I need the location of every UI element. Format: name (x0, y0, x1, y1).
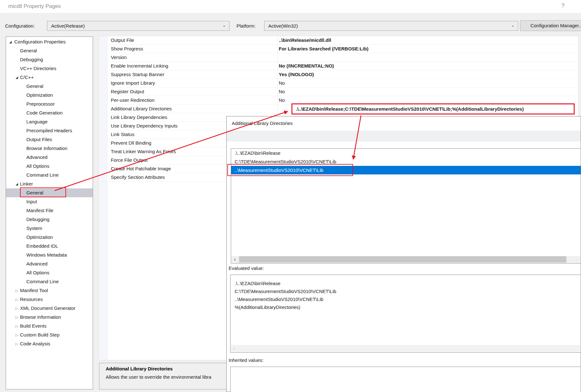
property-label: Link Library Dependencies (111, 113, 167, 121)
sidebar-item-embedded-idl[interactable]: Embedded IDL (6, 242, 93, 251)
property-label: Ignore Import Library (111, 79, 155, 87)
property-value[interactable]: No (279, 79, 285, 87)
property-row-ignore-import-library[interactable]: Ignore Import LibraryNo (99, 79, 578, 88)
sidebar-item-manifest-file[interactable]: Manifest File (6, 206, 93, 215)
property-label: Version (111, 53, 127, 62)
property-value[interactable]: No (/INCREMENTAL:NO) (279, 62, 334, 70)
chevron-down-icon[interactable]: ⌄ (222, 21, 226, 30)
help-icon[interactable]: ? (561, 3, 564, 9)
sidebar-item-browse-information[interactable]: ▷Browse Information (6, 313, 93, 322)
sidebar-item-linker[interactable]: Linker (6, 180, 93, 188)
platform-select[interactable]: Active(Win32) ⌄ (264, 21, 518, 31)
property-row-version[interactable]: Version (99, 53, 578, 62)
sidebar-item-code-generation[interactable]: Code Generation (6, 108, 93, 117)
sidebar-item-label: Precompiled Headers (26, 126, 72, 135)
sidebar-item-label: Browse Information (26, 144, 67, 153)
scrollbar-thumb[interactable] (239, 256, 566, 263)
property-value[interactable]: No (279, 88, 285, 96)
configuration-select[interactable]: Active(Release) ⌄ (47, 21, 230, 31)
sidebar-item-optimization[interactable]: Optimization (6, 233, 93, 242)
configuration-tree: Configuration PropertiesGeneralDebugging… (6, 36, 93, 389)
sidebar-item-manifest-tool[interactable]: ▷Manifest Tool (6, 286, 93, 295)
property-value[interactable]: Yes (/NOLOGO) (279, 70, 314, 79)
property-value[interactable]: No (279, 96, 285, 104)
library-path-item[interactable]: ..\MeasurementStudioVS2010\VCNET\Lib (231, 166, 581, 174)
sidebar-item-resources[interactable]: ▷Resources (6, 295, 93, 304)
sidebar-item-general[interactable]: General (6, 82, 93, 91)
property-label: Register Output (111, 88, 144, 96)
platform-value: Active(Win32) (268, 21, 298, 30)
inherited-values-box (230, 367, 581, 392)
sidebar-item-language[interactable]: Language (6, 117, 93, 126)
sidebar-item-label: Command Line (26, 277, 59, 286)
sidebar-item-all-options[interactable]: All Options (6, 162, 93, 171)
property-value[interactable]: For Libraries Searched (/VERBOSE:Lib) (279, 45, 369, 53)
property-value[interactable]: ..\bin\Release/micdll.dll (279, 36, 331, 44)
sidebar-item-browse-information[interactable]: Browse Information (6, 144, 93, 153)
property-row-show-progress[interactable]: Show ProgressFor Libraries Searched (/VE… (99, 45, 578, 53)
property-label: Show Progress (111, 45, 143, 53)
sidebar-item-all-options[interactable]: All Options (6, 268, 93, 277)
sidebar-item-label: Manifest File (26, 206, 53, 215)
horizontal-scrollbar[interactable]: ‹ (231, 256, 580, 263)
sidebar-item-custom-build-step[interactable]: ▷Custom Build Step (6, 330, 93, 339)
tree-collapsed-icon[interactable]: ▷ (16, 304, 18, 313)
sidebar-item-optimization[interactable]: Optimization (6, 91, 93, 100)
property-row-suppress-startup-banner[interactable]: Suppress Startup BannerYes (/NOLOGO) (99, 70, 578, 79)
library-path-item[interactable]: .\..\EZAD\bin\Release (231, 149, 581, 157)
sidebar-item-advanced[interactable]: Advanced (6, 153, 93, 162)
configuration-value: Active(Release) (51, 21, 85, 30)
sidebar-item-windows-metadata[interactable]: Windows Metadata (6, 251, 93, 259)
property-row-per-user-redirection[interactable]: Per-user RedirectionNo (99, 96, 578, 105)
sidebar-item-label: Embedded IDL (26, 242, 58, 251)
sidebar-item-output-files[interactable]: Output Files (6, 135, 93, 144)
sidebar-item-label: General (26, 82, 43, 91)
sidebar-item-label: Preprocessor (26, 100, 55, 108)
sidebar-item-system[interactable]: System (6, 224, 93, 233)
tree-collapsed-icon[interactable]: ▷ (16, 330, 18, 339)
library-directories-list[interactable]: .\..\EZAD\bin\ReleaseC:\TDE\MeasurementS… (231, 148, 581, 264)
tree-expanded-icon[interactable] (16, 76, 18, 79)
description-title: Additional Library Directories (106, 366, 173, 371)
property-label: Force File Output (111, 156, 148, 164)
sidebar-item-vc-directories[interactable]: VC++ Directories (6, 64, 93, 73)
property-row-register-output[interactable]: Register OutputNo (99, 88, 578, 96)
property-row-enable-incremental-linking[interactable]: Enable Incremental LinkingNo (/INCREMENT… (99, 62, 578, 70)
sidebar-item-label: Advanced (26, 153, 48, 162)
tree-collapsed-icon[interactable]: ▷ (16, 295, 18, 304)
property-label: Link Status (111, 130, 134, 139)
sidebar-item-configuration-properties[interactable]: Configuration Properties (6, 37, 93, 46)
property-row-additional-library-directories[interactable]: Additional Library Directories (99, 105, 578, 113)
tree-collapsed-icon[interactable]: ▷ (16, 322, 18, 330)
property-row-output-file[interactable]: Output File..\bin\Release/micdll.dll (99, 36, 578, 45)
platform-label: Platform: (237, 21, 256, 31)
sidebar-item-label: All Options (26, 162, 50, 171)
sidebar-item-xml-document-generator[interactable]: ▷XML Document Generator (6, 304, 93, 313)
sidebar-item-c-c[interactable]: C/C++ (6, 73, 93, 82)
sidebar-item-command-line[interactable]: Command Line (6, 277, 93, 286)
sidebar-item-label: Code Generation (26, 108, 63, 117)
tree-expanded-icon[interactable] (9, 41, 12, 43)
sidebar-item-debugging[interactable]: Debugging (6, 215, 93, 224)
tree-collapsed-icon[interactable]: ▷ (16, 339, 18, 348)
scroll-left-icon[interactable]: ‹ (231, 256, 238, 263)
sidebar-item-general[interactable]: General (6, 188, 93, 197)
sidebar-item-label: General (26, 188, 43, 197)
chevron-down-icon[interactable]: ⌄ (511, 21, 515, 30)
sidebar-item-label: Windows Metadata (26, 251, 67, 259)
sidebar-item-debugging[interactable]: Debugging (6, 55, 93, 64)
sidebar-item-advanced[interactable]: Advanced (6, 259, 93, 268)
sidebar-item-precompiled-headers[interactable]: Precompiled Headers (6, 126, 93, 135)
configuration-manager-button[interactable]: Configuration Manager... (520, 20, 581, 31)
library-path-item[interactable]: C:\TDE\MeasurementStudioVS2010\VCNET\Lib (231, 157, 581, 166)
tree-collapsed-icon[interactable]: ▷ (16, 313, 18, 322)
tree-collapsed-icon[interactable]: ▷ (16, 286, 18, 295)
sidebar-item-command-line[interactable]: Command Line (6, 171, 93, 180)
sidebar-item-general[interactable]: General (6, 46, 93, 55)
sidebar-item-code-analysis[interactable]: ▷Code Analysis (6, 339, 93, 348)
sidebar-item-build-events[interactable]: ▷Build Events (6, 322, 93, 330)
sidebar-item-label: Debugging (20, 55, 43, 64)
sidebar-item-preprocessor[interactable]: Preprocessor (6, 100, 93, 108)
sidebar-item-input[interactable]: Input (6, 197, 93, 206)
tree-expanded-icon[interactable] (16, 183, 18, 186)
